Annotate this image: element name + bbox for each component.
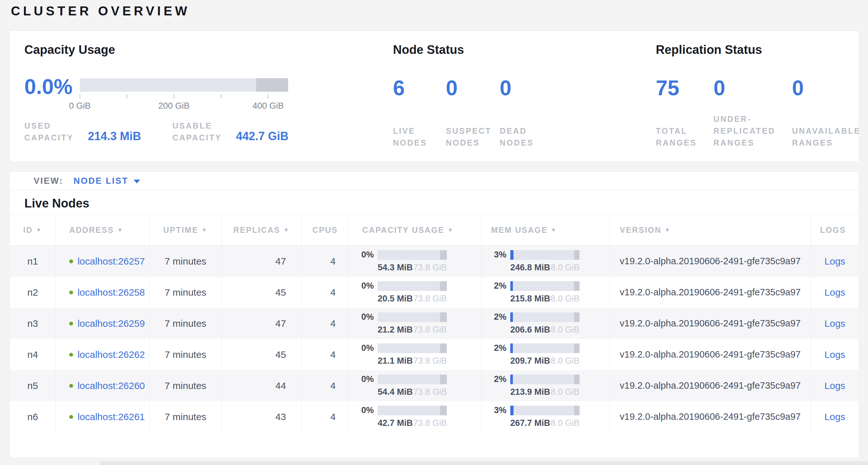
axis-tick-label: 400 GiB	[253, 101, 284, 111]
node-uptime-cell: 7 minutes	[150, 308, 222, 339]
node-capacity-usage-cell: 0% 21.2 MiB 73.8 GiB	[349, 308, 482, 339]
node-uptime-cell: 7 minutes	[150, 370, 222, 401]
node-live-dot-icon	[69, 353, 73, 357]
node-address-link[interactable]: localhost:26262	[78, 349, 145, 360]
axis-tick-mark	[80, 94, 80, 98]
column-header-capacity-usage[interactable]: CAPACITY USAGE▼	[349, 215, 482, 245]
dead-nodes-label: DEAD NODES	[500, 125, 557, 149]
logs-link[interactable]: Logs	[825, 256, 845, 267]
node-capacity-usage-cell: 0% 54.3 MiB 73.8 GiB	[349, 245, 482, 277]
node-replicas-cell: 47	[222, 308, 302, 339]
column-header-label: CAPACITY USAGE	[362, 226, 444, 235]
capacity-axis: 0 GiB200 GiB400 GiB	[80, 92, 288, 111]
axis-tick	[127, 94, 127, 98]
logs-link[interactable]: Logs	[825, 287, 845, 298]
node-uptime-cell: 7 minutes	[150, 339, 222, 370]
node-address-link[interactable]: localhost:26260	[78, 380, 145, 391]
node-live-dot-icon	[69, 415, 73, 419]
column-header-id[interactable]: ID▼	[10, 215, 56, 245]
node-address-link[interactable]: localhost:26259	[78, 318, 145, 329]
axis-tick-mark	[221, 94, 221, 98]
node-mem-usage-cell: 2% 206.6 MiB 8.0 GiB	[482, 308, 610, 339]
sort-arrow-icon: ▼	[202, 227, 208, 233]
axis-tick-mark	[127, 94, 127, 98]
mem-usage-bar: 2% 206.6 MiB 8.0 GiB	[482, 312, 610, 335]
axis-tick-mark	[268, 94, 269, 98]
column-header-label: MEM USAGE	[491, 226, 548, 235]
mem-bar-track	[510, 375, 580, 384]
node-replicas-cell: 45	[222, 339, 302, 370]
node-address-link[interactable]: localhost:26261	[78, 411, 145, 423]
node-uptime-cell: 7 minutes	[150, 245, 222, 277]
node-mem-usage-cell: 2% 213.9 MiB 8.0 GiB	[482, 370, 610, 401]
page-title: CLUSTER OVERVIEW	[11, 4, 190, 18]
sort-arrow-icon: ▼	[36, 227, 42, 233]
node-capacity-usage-cell: 0% 54.4 MiB 73.8 GiB	[349, 370, 482, 401]
node-cpus-cell: 4	[302, 308, 349, 339]
node-uptime-cell: 7 minutes	[150, 401, 222, 432]
dead-nodes-count: 0	[500, 76, 557, 100]
axis-tick-label: 0 GiB	[69, 101, 91, 111]
replication-status-title: Replication Status	[656, 43, 762, 57]
total-ranges-count: 75	[656, 76, 713, 100]
unavailable-ranges-stat: 0 UNAVAILABLE RANGES	[792, 76, 863, 149]
logs-link[interactable]: Logs	[825, 318, 845, 329]
column-header-label: ADDRESS	[69, 226, 114, 235]
suspect-nodes-label: SUSPECT NODES	[446, 125, 500, 149]
node-replicas-cell: 45	[222, 277, 302, 308]
node-address-cell: localhost:26262	[56, 339, 150, 370]
node-capacity-usage-cell: 0% 20.5 MiB 73.8 GiB	[349, 277, 482, 308]
node-address-link[interactable]: localhost:26257	[78, 256, 145, 267]
node-capacity-usage-cell: 0% 42.7 MiB 73.8 GiB	[349, 401, 482, 432]
node-logs-cell: Logs	[811, 401, 859, 432]
node-mem-usage-cell: 2% 209.7 MiB 8.0 GiB	[482, 339, 610, 370]
axis-tick-label: 200 GiB	[158, 101, 190, 111]
used-capacity-stat: USED CAPACITY 214.3 MiB	[24, 120, 141, 144]
node-id-cell: n3	[10, 308, 56, 339]
capacity-usage-bar: 0% 42.7 MiB 73.8 GiB	[349, 405, 481, 428]
sort-arrow-icon: ▼	[448, 227, 454, 233]
total-ranges-label: TOTAL RANGES	[656, 125, 713, 149]
node-replicas-cell: 44	[222, 370, 302, 401]
logs-link[interactable]: Logs	[825, 411, 845, 423]
column-header-mem-usage[interactable]: MEM USAGE▼	[482, 215, 610, 245]
node-uptime-cell: 7 minutes	[150, 277, 222, 308]
column-header-label: ID	[23, 226, 33, 235]
node-address-cell: localhost:26257	[56, 245, 150, 277]
node-replicas-cell: 43	[222, 401, 302, 432]
capacity-bar-track	[80, 78, 288, 92]
node-cpus-cell: 4	[302, 401, 349, 432]
node-id-cell: n4	[10, 339, 56, 370]
column-header-label: REPLICAS	[234, 226, 280, 235]
node-version-cell: v19.2.0-alpha.20190606-2491-gfe735c9a97	[610, 245, 811, 277]
node-address-link[interactable]: localhost:26258	[78, 287, 145, 298]
mem-usage-bar: 2% 215.8 MiB 8.0 GiB	[482, 281, 610, 304]
live-nodes-rows: n1 localhost:26257 7 minutes 47 4 0% 54.…	[10, 245, 859, 432]
live-nodes-count: 6	[393, 76, 446, 100]
dropdown-arrow-icon	[134, 180, 140, 183]
node-capacity-usage-cell: 0% 21.1 MiB 73.8 GiB	[349, 339, 482, 370]
column-header-replicas[interactable]: REPLICAS▼	[222, 215, 302, 245]
node-cpus-cell: 4	[302, 339, 349, 370]
logs-link[interactable]: Logs	[825, 380, 845, 391]
column-header-uptime[interactable]: UPTIME▼	[150, 215, 222, 245]
node-logs-cell: Logs	[811, 339, 859, 370]
column-header-logs: LOGS	[811, 215, 859, 245]
view-label: VIEW:	[34, 176, 63, 186]
node-logs-cell: Logs	[811, 277, 859, 308]
sort-arrow-icon: ▼	[665, 227, 671, 233]
mem-bar-track	[510, 250, 580, 260]
column-header-version[interactable]: VERSION▼	[610, 215, 811, 245]
logs-link[interactable]: Logs	[825, 349, 845, 360]
node-mem-usage-cell: 2% 215.8 MiB 8.0 GiB	[482, 277, 610, 308]
column-header-label: UPTIME	[163, 226, 198, 235]
bottom-shadow-strip	[99, 461, 868, 465]
suspect-nodes-stat: 0 SUSPECT NODES	[446, 76, 500, 149]
node-cpus-cell: 4	[302, 245, 349, 277]
node-list-dropdown[interactable]: NODE LIST	[74, 176, 140, 186]
node-live-dot-icon	[69, 291, 73, 294]
column-header-address[interactable]: ADDRESS▼	[56, 215, 150, 245]
node-address-cell: localhost:26259	[56, 308, 150, 339]
axis-tick-mark	[174, 94, 174, 98]
view-selected-value: NODE LIST	[74, 176, 128, 186]
